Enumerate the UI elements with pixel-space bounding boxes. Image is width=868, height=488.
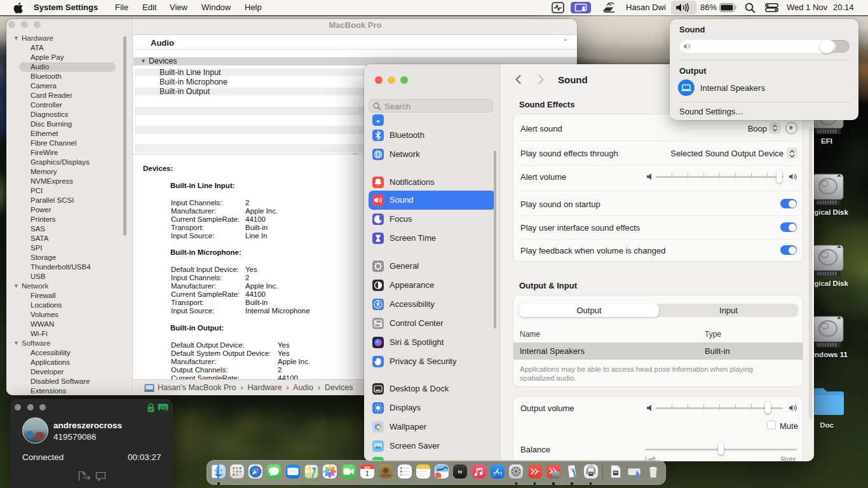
svg-text:tv: tv — [458, 469, 463, 475]
svg-text:1: 1 — [365, 470, 369, 477]
